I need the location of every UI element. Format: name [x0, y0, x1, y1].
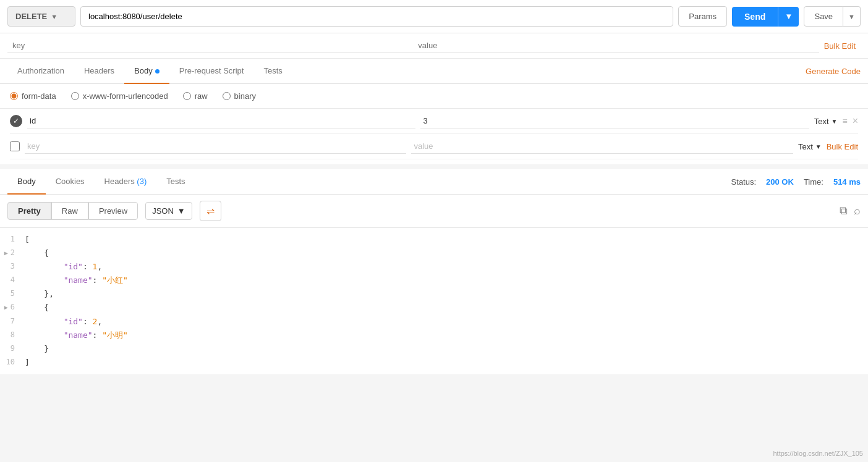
form-row: Text ▼ Bulk Edit: [10, 134, 858, 159]
form-key-input[interactable]: [25, 139, 406, 154]
radio-urlencoded-input[interactable]: [71, 92, 79, 100]
view-preview-button[interactable]: Preview: [88, 202, 138, 220]
send-button[interactable]: Send: [732, 7, 778, 27]
line-number: 10: [0, 356, 25, 368]
line-content: "id": 1,: [25, 260, 868, 274]
method-chevron-icon: ▼: [51, 13, 57, 20]
response-tab-cookies[interactable]: Cookies: [46, 169, 95, 195]
row-checked-icon[interactable]: ✓: [10, 115, 22, 127]
code-viewer: 1[▶2 {3 "id": 1,4 "name": "小红"5 },▶6 {7 …: [0, 228, 868, 374]
tab-body-label: Body: [134, 66, 153, 75]
tab-pre-request-script[interactable]: Pre-request Script: [169, 59, 254, 84]
radio-raw[interactable]: raw: [183, 91, 208, 101]
remove-row-icon[interactable]: ×: [853, 116, 858, 127]
response-tab-body[interactable]: Body: [7, 169, 46, 195]
line-content: "name": "小明": [25, 329, 868, 342]
format-chevron-icon: ▼: [177, 206, 185, 216]
bulk-edit-orange-link[interactable]: Bulk Edit: [827, 142, 858, 151]
line-number: 9: [0, 342, 25, 355]
response-section: Body Cookies Headers (3) Tests Status: 2…: [0, 169, 868, 374]
code-line: 7 "id": 2,: [0, 315, 868, 329]
radio-urlencoded-label: x-www-form-urlencoded: [83, 91, 168, 101]
row-actions: ≡ ×: [843, 116, 859, 127]
text-type-selector[interactable]: Text ▼: [798, 142, 822, 151]
code-line: 3 "id": 1,: [0, 260, 868, 274]
tab-body[interactable]: Body: [124, 59, 169, 84]
code-line: 10]: [0, 356, 868, 369]
status-label: Status:: [731, 177, 756, 187]
fold-icon[interactable]: ▶: [4, 302, 8, 313]
line-content: {: [25, 246, 868, 260]
form-data-section: ✓ Text ▼ ≡ × Text ▼ Bulk Edit: [0, 109, 868, 164]
radio-raw-label: raw: [195, 91, 208, 101]
wrap-button[interactable]: ⇌: [200, 201, 221, 221]
send-chevron-button[interactable]: ▼: [778, 7, 799, 27]
text-type-chevron-icon: ▼: [815, 143, 822, 150]
search-button[interactable]: ⌕: [854, 204, 861, 217]
form-row: ✓ Text ▼ ≡ ×: [10, 109, 858, 134]
response-tabs-bar: Body Cookies Headers (3) Tests Status: 2…: [0, 169, 868, 195]
radio-binary[interactable]: binary: [223, 91, 256, 101]
radio-form-data[interactable]: form-data: [10, 91, 56, 101]
response-toolbar: Pretty Raw Preview JSON ▼ ⇌ ⧉ ⌕: [0, 195, 868, 228]
param-value-input[interactable]: [413, 38, 819, 53]
line-number: 5: [0, 287, 25, 300]
tab-authorization[interactable]: Authorization: [7, 59, 74, 84]
tab-headers[interactable]: Headers: [74, 59, 124, 84]
line-number: 7: [0, 315, 25, 327]
status-value: 200 OK: [766, 177, 794, 187]
params-button[interactable]: Params: [678, 6, 727, 27]
radio-form-data-input[interactable]: [10, 92, 18, 100]
radio-binary-label: binary: [234, 91, 256, 101]
view-pretty-button[interactable]: Pretty: [7, 202, 51, 220]
view-raw-button[interactable]: Raw: [51, 202, 88, 220]
radio-raw-input[interactable]: [183, 92, 191, 100]
save-group: Save ▼: [804, 6, 861, 27]
time-value: 514 ms: [833, 177, 861, 187]
line-number: 8: [0, 329, 25, 341]
text-type-selector[interactable]: Text ▼: [814, 117, 838, 126]
radio-binary-input[interactable]: [223, 92, 231, 100]
form-value-input[interactable]: [420, 114, 809, 128]
radio-urlencoded[interactable]: x-www-form-urlencoded: [71, 91, 168, 101]
tab-tests[interactable]: Tests: [253, 59, 292, 84]
body-type-row: form-data x-www-form-urlencoded raw bina…: [0, 84, 868, 109]
bulk-edit-link[interactable]: Bulk Edit: [819, 41, 861, 51]
params-row: Bulk Edit: [0, 33, 868, 59]
save-chevron-button[interactable]: ▼: [843, 6, 861, 27]
drag-handle-icon[interactable]: ≡: [843, 116, 848, 126]
method-label: DELETE: [15, 12, 47, 21]
code-line: ▶2 {: [0, 246, 868, 260]
response-tab-tests[interactable]: Tests: [156, 169, 195, 195]
code-line: 8 "name": "小明": [0, 329, 868, 342]
response-headers-badge: (3): [137, 177, 147, 186]
row-checkbox[interactable]: [10, 141, 20, 151]
save-button[interactable]: Save: [804, 6, 843, 27]
response-tabs-list: Body Cookies Headers (3) Tests: [7, 169, 195, 194]
form-key-input[interactable]: [27, 114, 415, 128]
line-number: 1: [0, 233, 25, 245]
radio-form-data-label: form-data: [22, 91, 56, 101]
line-number: ▶2: [0, 246, 25, 259]
text-type-label: Text: [814, 117, 829, 126]
line-number: ▶6: [0, 301, 25, 313]
line-content: }: [25, 342, 868, 356]
request-bar: DELETE ▼ Params Send ▼ Save ▼: [0, 0, 868, 33]
time-label: Time:: [804, 177, 823, 187]
format-label: JSON: [152, 206, 174, 216]
method-selector[interactable]: DELETE ▼: [7, 6, 75, 27]
line-content: "name": "小红": [25, 274, 868, 287]
toolbar-right: ⧉ ⌕: [840, 204, 861, 217]
form-value-input[interactable]: [411, 139, 793, 154]
code-line: 4 "name": "小红": [0, 274, 868, 287]
response-tab-headers[interactable]: Headers (3): [95, 169, 157, 195]
format-selector[interactable]: JSON ▼: [145, 202, 192, 220]
param-key-input[interactable]: [7, 38, 413, 53]
line-number: 3: [0, 260, 25, 272]
copy-button[interactable]: ⧉: [840, 204, 848, 217]
code-line: 5 },: [0, 287, 868, 301]
url-input[interactable]: [80, 6, 673, 27]
code-line: 9 }: [0, 342, 868, 356]
fold-icon[interactable]: ▶: [4, 248, 8, 258]
generate-code-link[interactable]: Generate Code: [806, 67, 861, 76]
